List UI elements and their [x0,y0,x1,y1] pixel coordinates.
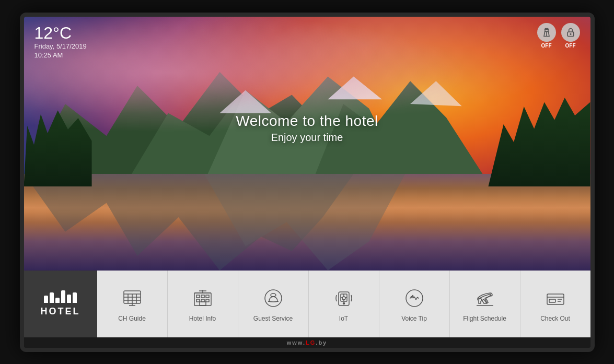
voice-tip-label: Voice Tip [401,315,427,322]
check-out-label: Check Out [540,315,570,322]
menu-item-iot[interactable]: IoT [309,271,379,337]
svg-rect-26 [196,299,200,302]
lg-logo: www.LG.by [287,339,328,346]
menu-item-hotel-info[interactable]: Hotel Info [168,271,238,337]
tv-frame: 12°C Friday, 5/17/2019 10:25 AM OFF [20,13,595,352]
menu-item-flight-schedule[interactable]: Flight Schedule [450,271,520,337]
iot-label: IoT [339,315,348,322]
menu-item-voice-tip[interactable]: Voice Tip [379,271,450,337]
svg-rect-59 [549,299,555,302]
guest-service-label: Guest Service [253,315,293,322]
svg-rect-29 [200,302,206,306]
lg-brand: LG [306,339,316,346]
svg-line-50 [414,297,415,298]
hotel-text: HOTEL [41,306,80,317]
weather-info: 12°C Friday, 5/17/2019 10:25 AM [34,25,87,59]
hotel-info-icon [190,286,215,311]
hotel-info-label: Hotel Info [189,315,216,322]
temperature-display: 12°C [34,25,87,41]
svg-rect-28 [206,299,209,302]
iot-icon [331,286,356,311]
flight-schedule-icon [472,286,497,311]
svg-line-54 [418,297,419,298]
menu-items: CH Guide [97,271,590,337]
cleaning-icon [537,23,556,42]
date-display: Friday, 5/17/2019 [34,42,87,50]
bottom-menu-bar: HOTEL [24,271,590,337]
svg-line-52 [416,298,417,300]
svg-point-38 [342,297,345,300]
svg-rect-23 [196,295,200,298]
lg-text: www. [287,339,306,346]
tv-bottom-bezel: www.LG.by [24,337,590,348]
bar5 [67,295,71,303]
tv-screen: 12°C Friday, 5/17/2019 10:25 AM OFF [24,17,590,271]
cleaning-button[interactable]: OFF [537,23,556,49]
hotel-logo: HOTEL [24,271,97,337]
svg-rect-24 [201,295,204,298]
svg-point-33 [265,290,282,307]
ch-guide-icon [120,286,145,311]
voice-tip-icon [402,286,427,311]
bar2 [50,292,54,303]
time-display: 10:25 AM [34,51,87,59]
menu-item-guest-service[interactable]: Guest Service [238,271,309,337]
flight-schedule-label: Flight Schedule [463,315,506,322]
hotel-bars-icon [44,290,77,303]
dnd-button[interactable]: OFF [561,23,580,49]
ch-guide-label: CH Guide [118,315,146,322]
bar1 [44,296,48,303]
dnd-label: OFF [565,43,576,49]
lg-suffix: .by [316,339,327,346]
svg-point-12 [570,33,571,34]
dnd-icon [561,23,580,42]
check-out-icon [543,286,568,311]
svg-rect-25 [206,295,209,298]
bar4 [61,290,65,303]
menu-item-check-out[interactable]: Check Out [520,271,590,337]
svg-point-43 [406,290,423,307]
welcome-title: Welcome to the hotel [236,113,378,130]
bar6 [73,292,77,303]
welcome-subtitle: Enjoy your time [236,132,378,144]
svg-point-34 [271,293,276,297]
bar3 [55,298,60,303]
cleaning-label: OFF [541,43,552,49]
svg-point-37 [343,302,344,304]
top-controls: OFF OFF [537,23,580,49]
welcome-text: Welcome to the hotel Enjoy your time [236,113,378,144]
guest-service-icon [261,286,286,311]
menu-item-ch-guide[interactable]: CH Guide [97,271,168,337]
overlay-content: 12°C Friday, 5/17/2019 10:25 AM OFF [24,17,590,271]
